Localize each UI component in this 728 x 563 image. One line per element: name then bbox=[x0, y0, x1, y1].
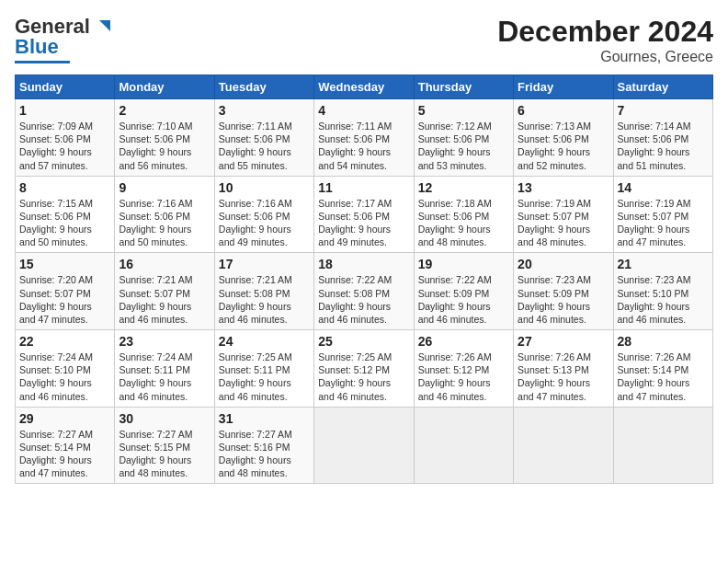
calendar-cell: 31Sunrise: 7:27 AM Sunset: 5:16 PM Dayli… bbox=[214, 407, 313, 484]
day-info: Sunrise: 7:25 AM Sunset: 5:11 PM Dayligh… bbox=[219, 350, 310, 403]
day-info: Sunrise: 7:15 AM Sunset: 5:06 PM Dayligh… bbox=[19, 197, 110, 249]
day-info: Sunrise: 7:27 AM Sunset: 5:15 PM Dayligh… bbox=[119, 428, 210, 480]
calendar-cell: 5Sunrise: 7:12 AM Sunset: 5:06 PM Daylig… bbox=[414, 99, 513, 177]
day-number: 2 bbox=[119, 103, 210, 118]
calendar-cell: 3Sunrise: 7:11 AM Sunset: 5:06 PM Daylig… bbox=[214, 99, 313, 177]
day-info: Sunrise: 7:23 AM Sunset: 5:10 PM Dayligh… bbox=[618, 273, 709, 326]
calendar-week-row: 1Sunrise: 7:09 AM Sunset: 5:06 PM Daylig… bbox=[16, 99, 713, 177]
day-number: 26 bbox=[418, 334, 509, 349]
calendar-cell: 8Sunrise: 7:15 AM Sunset: 5:06 PM Daylig… bbox=[16, 176, 115, 253]
calendar-cell: 2Sunrise: 7:10 AM Sunset: 5:06 PM Daylig… bbox=[115, 99, 214, 177]
calendar-week-row: 29Sunrise: 7:27 AM Sunset: 5:14 PM Dayli… bbox=[16, 407, 713, 484]
day-number: 7 bbox=[618, 103, 709, 118]
day-number: 17 bbox=[219, 257, 310, 271]
col-header-saturday: Saturday bbox=[613, 75, 712, 99]
calendar-cell: 21Sunrise: 7:23 AM Sunset: 5:10 PM Dayli… bbox=[613, 253, 712, 330]
calendar-week-row: 8Sunrise: 7:15 AM Sunset: 5:06 PM Daylig… bbox=[16, 176, 713, 253]
day-info: Sunrise: 7:17 AM Sunset: 5:06 PM Dayligh… bbox=[318, 197, 409, 249]
col-header-friday: Friday bbox=[514, 75, 613, 99]
calendar-cell: 16Sunrise: 7:21 AM Sunset: 5:07 PM Dayli… bbox=[115, 253, 214, 330]
calendar-cell: 11Sunrise: 7:17 AM Sunset: 5:06 PM Dayli… bbox=[314, 176, 414, 253]
day-info: Sunrise: 7:27 AM Sunset: 5:16 PM Dayligh… bbox=[219, 428, 310, 480]
day-info: Sunrise: 7:26 AM Sunset: 5:12 PM Dayligh… bbox=[418, 350, 509, 403]
day-number: 19 bbox=[418, 257, 509, 271]
calendar-cell: 18Sunrise: 7:22 AM Sunset: 5:08 PM Dayli… bbox=[314, 253, 414, 330]
day-number: 5 bbox=[418, 103, 509, 118]
col-header-tuesday: Tuesday bbox=[214, 75, 313, 99]
day-info: Sunrise: 7:13 AM Sunset: 5:06 PM Dayligh… bbox=[518, 120, 609, 172]
day-info: Sunrise: 7:25 AM Sunset: 5:12 PM Dayligh… bbox=[318, 350, 409, 403]
day-number: 24 bbox=[219, 334, 310, 349]
calendar-cell: 15Sunrise: 7:20 AM Sunset: 5:07 PM Dayli… bbox=[16, 253, 115, 330]
calendar-cell bbox=[314, 407, 414, 484]
location-subtitle: Gournes, Greece bbox=[497, 49, 713, 65]
calendar-cell: 19Sunrise: 7:22 AM Sunset: 5:09 PM Dayli… bbox=[414, 253, 513, 330]
day-info: Sunrise: 7:24 AM Sunset: 5:10 PM Dayligh… bbox=[19, 350, 110, 403]
day-number: 16 bbox=[119, 257, 210, 271]
day-number: 4 bbox=[318, 103, 409, 118]
day-number: 18 bbox=[318, 257, 409, 271]
calendar-cell: 20Sunrise: 7:23 AM Sunset: 5:09 PM Dayli… bbox=[514, 253, 613, 330]
day-number: 20 bbox=[518, 257, 609, 271]
svg-marker-0 bbox=[99, 20, 110, 31]
day-number: 22 bbox=[19, 334, 110, 349]
calendar-cell: 27Sunrise: 7:26 AM Sunset: 5:13 PM Dayli… bbox=[514, 330, 613, 408]
day-info: Sunrise: 7:22 AM Sunset: 5:09 PM Dayligh… bbox=[418, 273, 509, 326]
calendar-cell: 13Sunrise: 7:19 AM Sunset: 5:07 PM Dayli… bbox=[514, 176, 613, 253]
day-number: 10 bbox=[219, 180, 310, 195]
calendar-cell: 26Sunrise: 7:26 AM Sunset: 5:12 PM Dayli… bbox=[414, 330, 513, 408]
day-number: 25 bbox=[318, 334, 409, 349]
calendar-week-row: 15Sunrise: 7:20 AM Sunset: 5:07 PM Dayli… bbox=[16, 253, 713, 330]
day-number: 3 bbox=[219, 103, 310, 118]
day-info: Sunrise: 7:20 AM Sunset: 5:07 PM Dayligh… bbox=[19, 273, 110, 326]
logo-blue-text: Blue bbox=[15, 35, 59, 59]
day-number: 12 bbox=[418, 180, 509, 195]
day-number: 23 bbox=[119, 334, 210, 349]
day-number: 29 bbox=[19, 411, 110, 426]
day-info: Sunrise: 7:23 AM Sunset: 5:09 PM Dayligh… bbox=[518, 273, 609, 326]
day-info: Sunrise: 7:27 AM Sunset: 5:14 PM Dayligh… bbox=[19, 428, 110, 480]
day-number: 8 bbox=[19, 180, 110, 195]
day-number: 28 bbox=[618, 334, 709, 349]
day-number: 31 bbox=[219, 411, 310, 426]
calendar-cell bbox=[414, 407, 513, 484]
month-title: December 2024 bbox=[497, 15, 713, 49]
day-info: Sunrise: 7:16 AM Sunset: 5:06 PM Dayligh… bbox=[119, 197, 210, 249]
calendar-cell: 24Sunrise: 7:25 AM Sunset: 5:11 PM Dayli… bbox=[214, 330, 313, 408]
day-info: Sunrise: 7:21 AM Sunset: 5:07 PM Dayligh… bbox=[119, 273, 210, 326]
day-info: Sunrise: 7:26 AM Sunset: 5:14 PM Dayligh… bbox=[618, 350, 709, 403]
logo: General Blue bbox=[15, 15, 112, 63]
logo-underline bbox=[15, 61, 70, 63]
day-number: 14 bbox=[618, 180, 709, 195]
calendar-cell: 22Sunrise: 7:24 AM Sunset: 5:10 PM Dayli… bbox=[16, 330, 115, 408]
title-block: December 2024 Gournes, Greece bbox=[497, 15, 713, 65]
calendar-cell: 7Sunrise: 7:14 AM Sunset: 5:06 PM Daylig… bbox=[613, 99, 712, 177]
day-info: Sunrise: 7:19 AM Sunset: 5:07 PM Dayligh… bbox=[518, 197, 609, 249]
day-info: Sunrise: 7:11 AM Sunset: 5:06 PM Dayligh… bbox=[219, 120, 310, 172]
calendar-cell: 12Sunrise: 7:18 AM Sunset: 5:06 PM Dayli… bbox=[414, 176, 513, 253]
calendar-cell: 28Sunrise: 7:26 AM Sunset: 5:14 PM Dayli… bbox=[613, 330, 712, 408]
day-info: Sunrise: 7:14 AM Sunset: 5:06 PM Dayligh… bbox=[618, 120, 709, 172]
day-number: 27 bbox=[518, 334, 609, 349]
day-info: Sunrise: 7:11 AM Sunset: 5:06 PM Dayligh… bbox=[318, 120, 409, 172]
day-number: 21 bbox=[618, 257, 709, 271]
day-info: Sunrise: 7:19 AM Sunset: 5:07 PM Dayligh… bbox=[618, 197, 709, 249]
day-info: Sunrise: 7:12 AM Sunset: 5:06 PM Dayligh… bbox=[418, 120, 509, 172]
day-number: 11 bbox=[318, 180, 409, 195]
logo-icon bbox=[92, 17, 112, 37]
calendar-cell: 10Sunrise: 7:16 AM Sunset: 5:06 PM Dayli… bbox=[214, 176, 313, 253]
day-number: 15 bbox=[19, 257, 110, 271]
calendar-cell: 25Sunrise: 7:25 AM Sunset: 5:12 PM Dayli… bbox=[314, 330, 414, 408]
calendar-cell: 1Sunrise: 7:09 AM Sunset: 5:06 PM Daylig… bbox=[16, 99, 115, 177]
calendar-cell: 23Sunrise: 7:24 AM Sunset: 5:11 PM Dayli… bbox=[115, 330, 214, 408]
col-header-thursday: Thursday bbox=[414, 75, 513, 99]
day-info: Sunrise: 7:21 AM Sunset: 5:08 PM Dayligh… bbox=[219, 273, 310, 326]
day-number: 30 bbox=[119, 411, 210, 426]
calendar-cell: 30Sunrise: 7:27 AM Sunset: 5:15 PM Dayli… bbox=[115, 407, 214, 484]
day-number: 6 bbox=[518, 103, 609, 118]
day-info: Sunrise: 7:10 AM Sunset: 5:06 PM Dayligh… bbox=[119, 120, 210, 172]
day-info: Sunrise: 7:22 AM Sunset: 5:08 PM Dayligh… bbox=[318, 273, 409, 326]
day-number: 1 bbox=[19, 103, 110, 118]
day-info: Sunrise: 7:24 AM Sunset: 5:11 PM Dayligh… bbox=[119, 350, 210, 403]
calendar-cell bbox=[613, 407, 712, 484]
